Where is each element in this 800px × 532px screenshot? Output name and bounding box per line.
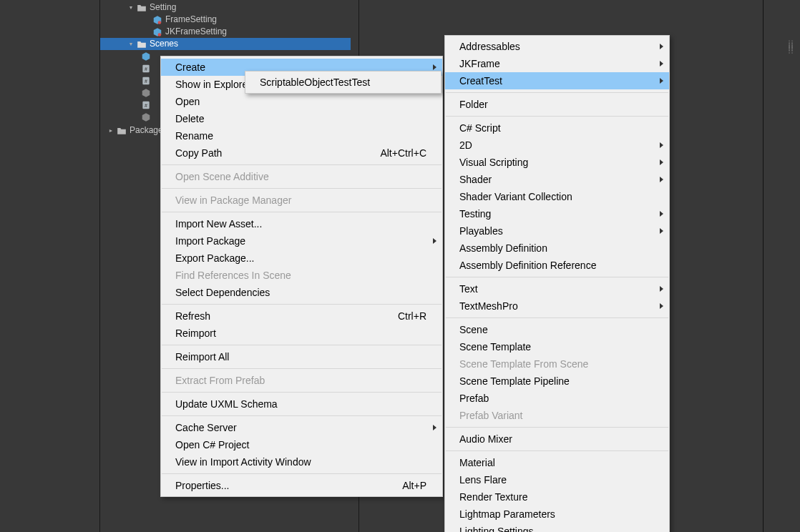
- tree-folder-scenes[interactable]: Scenes: [100, 38, 351, 50]
- shortcut-label: Alt+Ctrl+C: [380, 147, 426, 159]
- menu-item-playables[interactable]: Playables: [445, 222, 669, 240]
- menu-item-update-uxml[interactable]: Update UXML Schema: [161, 395, 442, 413]
- menu-item-jkframe[interactable]: JKFrame: [445, 55, 669, 72]
- menu-separator: [446, 92, 668, 93]
- menu-item-open[interactable]: Open: [161, 93, 442, 110]
- menu-item-scene-template-pipeline[interactable]: Scene Template Pipeline: [445, 373, 669, 390]
- shortcut-label: Ctrl+R: [398, 310, 426, 322]
- menu-item-prefab[interactable]: Prefab: [445, 390, 669, 407]
- menu-item-material[interactable]: Material: [445, 454, 669, 471]
- menu-item-cache-server[interactable]: Cache Server: [161, 419, 442, 436]
- menu-item-reimport[interactable]: Reimport: [161, 325, 442, 342]
- menu-separator: [446, 116, 668, 117]
- menu-separator: [162, 188, 442, 189]
- menu-item-scene-template[interactable]: Scene Template: [445, 338, 669, 355]
- menu-item-export-package[interactable]: Export Package...: [161, 250, 442, 267]
- tree-label: Scenes: [150, 38, 178, 50]
- menu-item-find-references: Find References In Scene: [161, 267, 442, 284]
- scriptable-object-icon: [152, 14, 162, 25]
- tree-folder-setting[interactable]: Setting: [100, 1, 358, 14]
- menu-item-open-scene-additive: Open Scene Additive: [161, 168, 442, 185]
- menu-item-rename[interactable]: Rename: [161, 127, 442, 144]
- menu-item-open-cs-project[interactable]: Open C# Project: [161, 436, 442, 453]
- menu-item-shader-variant[interactable]: Shader Variant Collection: [445, 188, 669, 205]
- tree-asset-framesetting[interactable]: FrameSetting: [100, 14, 358, 26]
- menu-item-cs-script[interactable]: C# Script: [445, 119, 669, 137]
- menu-item-addressables[interactable]: Addressables: [445, 38, 669, 55]
- svg-point-1: [157, 33, 161, 36]
- menu-item-import-package[interactable]: Import Package: [161, 232, 442, 250]
- folder-icon: [116, 125, 127, 136]
- menu-item-visual-scripting[interactable]: Visual Scripting: [445, 154, 669, 171]
- menu-item-refresh[interactable]: RefreshCtrl+R: [161, 307, 442, 325]
- folder-icon: [136, 2, 147, 13]
- menu-item-assembly-definition-ref[interactable]: Assembly Definition Reference: [445, 257, 669, 274]
- menu-item-reimport-all[interactable]: Reimport All: [161, 348, 442, 365]
- menu-item-copy-path[interactable]: Copy PathAlt+Ctrl+C: [161, 144, 442, 162]
- menu-item-view-import-activity[interactable]: View in Import Activity Window: [161, 453, 442, 471]
- prefab-icon: [140, 112, 151, 122]
- expand-arrow-icon[interactable]: [127, 4, 135, 11]
- menu-separator: [446, 427, 668, 428]
- prefab-icon: [140, 51, 151, 61]
- menu-item-extract-from-prefab: Extract From Prefab: [161, 372, 442, 389]
- menu-item-audio-mixer[interactable]: Audio Mixer: [445, 430, 669, 448]
- prefab-icon: [140, 87, 151, 98]
- menu-item-textmeshpro[interactable]: TextMeshPro: [445, 297, 669, 315]
- tree-label: FrameSetting: [165, 14, 217, 26]
- menu-separator: [162, 304, 442, 305]
- menu-item-lightmap-parameters[interactable]: Lightmap Parameters: [445, 506, 669, 523]
- script-icon: #: [140, 75, 151, 86]
- svg-text:#: #: [145, 66, 147, 71]
- menu-separator: [162, 392, 442, 393]
- tree-asset-jkframesetting[interactable]: JKFrameSetting: [100, 26, 358, 38]
- menu-item-lighting-settings[interactable]: Lighting Settings: [445, 523, 669, 532]
- menu-item-render-texture[interactable]: Render Texture: [445, 488, 669, 506]
- menu-item-scriptable-object-test[interactable]: ScriptableObjectTestTest: [245, 74, 441, 91]
- svg-text:#: #: [145, 102, 147, 107]
- menu-item-delete[interactable]: Delete: [161, 110, 442, 127]
- menu-separator: [162, 212, 442, 212]
- menu-separator: [446, 277, 668, 277]
- menu-item-select-dependencies[interactable]: Select Dependencies: [161, 284, 442, 301]
- menu-separator: [162, 368, 442, 369]
- menu-item-creattest[interactable]: CreatTest: [445, 72, 669, 89]
- menu-item-text[interactable]: Text: [445, 280, 669, 297]
- menu-item-folder[interactable]: Folder: [445, 96, 669, 113]
- tree-label: JKFrameSetting: [165, 26, 227, 38]
- dock-grip-icon[interactable]: ┊┊┊┊┊┊: [787, 43, 796, 51]
- menu-item-2d[interactable]: 2D: [445, 137, 669, 154]
- expand-arrow-icon[interactable]: [127, 41, 135, 48]
- menu-item-import-new-asset[interactable]: Import New Asset...: [161, 215, 442, 232]
- create-intermediate-submenu: ScriptableObjectTestTest: [245, 71, 442, 94]
- scriptable-object-icon: [152, 26, 162, 37]
- menu-item-scene-template-from-scene: Scene Template From Scene: [445, 355, 669, 373]
- menu-separator: [162, 415, 442, 416]
- expand-arrow-icon[interactable]: [107, 127, 114, 134]
- shortcut-label: Alt+P: [402, 480, 426, 491]
- menu-item-prefab-variant: Prefab Variant: [445, 407, 669, 424]
- menu-item-testing[interactable]: Testing: [445, 205, 669, 222]
- menu-item-lens-flare[interactable]: Lens Flare: [445, 471, 669, 488]
- menu-item-assembly-definition[interactable]: Assembly Definition: [445, 240, 669, 257]
- menu-separator: [446, 317, 668, 318]
- folder-icon: [136, 39, 147, 49]
- menu-separator: [162, 345, 442, 345]
- menu-separator: [162, 164, 442, 165]
- svg-point-0: [157, 21, 161, 24]
- script-icon: #: [140, 99, 151, 110]
- create-submenu: Addressables JKFrame CreatTest Folder C#…: [444, 35, 670, 532]
- menu-item-scene[interactable]: Scene: [445, 321, 669, 338]
- svg-text:#: #: [145, 78, 147, 83]
- menu-separator: [162, 473, 442, 474]
- tree-label: Setting: [150, 1, 176, 14]
- asset-context-menu: Create Show in Explorer Open Delete Rena…: [160, 56, 443, 497]
- menu-item-shader[interactable]: Shader: [445, 171, 669, 188]
- menu-item-view-in-package-manager: View in Package Manager: [161, 192, 442, 209]
- menu-item-properties[interactable]: Properties...Alt+P: [161, 477, 442, 494]
- script-icon: #: [140, 63, 151, 74]
- menu-separator: [446, 450, 668, 451]
